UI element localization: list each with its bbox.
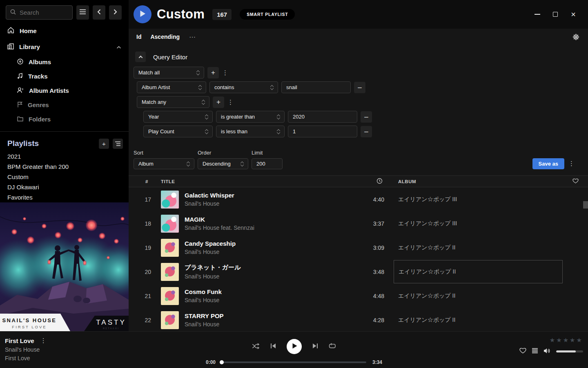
column-header-duration[interactable] <box>356 178 384 185</box>
rule-operator-value: is greater than <box>221 114 255 120</box>
track-row[interactable]: 19 Candy SpaceshipSnail's House 3:09 エイリ… <box>129 236 588 260</box>
chevron-up-icon <box>138 55 143 59</box>
limit-input[interactable] <box>252 158 283 169</box>
rule-value-input[interactable] <box>281 81 351 93</box>
sidebar-item-album-artists[interactable]: Album Artists <box>0 83 129 98</box>
track-row[interactable]: 20 プラネット・ガールSnail's House 3:48 エイリアン☆ポップ… <box>129 260 588 284</box>
back-button[interactable] <box>93 5 105 20</box>
maximize-button[interactable] <box>546 5 564 23</box>
remove-rule-button[interactable]: – <box>361 111 372 123</box>
column-header-favorite[interactable] <box>563 178 588 184</box>
menu-button[interactable] <box>76 5 89 20</box>
favorite-button[interactable] <box>519 348 526 355</box>
playlist-item-custom[interactable]: Custom <box>0 172 129 182</box>
playlist-item-bpm[interactable]: BPM Greater than 200 <box>0 162 129 172</box>
sort-field-button[interactable]: Id <box>136 34 141 40</box>
rule-field-select[interactable]: Play Count <box>143 126 213 137</box>
forward-button[interactable] <box>109 5 122 20</box>
updown-icon <box>240 161 245 167</box>
sort-value: Album <box>138 161 154 167</box>
rule-field-value: Year <box>148 114 159 120</box>
sidebar-item-folders[interactable]: Folders <box>0 112 129 126</box>
rule-field-value: Play Count <box>148 128 174 135</box>
shuffle-button[interactable] <box>252 343 260 350</box>
column-header-index[interactable]: # <box>129 179 151 184</box>
track-row[interactable]: 18 MAGIKSnail's House feat. Sennzai 3:37… <box>129 211 588 236</box>
add-rule-button[interactable]: + <box>213 96 224 108</box>
play-playlist-button[interactable] <box>134 5 151 23</box>
track-album-focused[interactable]: エイリアン☆ポップ II <box>394 260 563 283</box>
column-header-title[interactable]: TITLE <box>161 179 356 184</box>
now-playing-album-art[interactable]: SNAIL'S HOUSE FIRST LOVE TASTY ЯΣΤΛΛXI <box>0 202 129 331</box>
next-button[interactable] <box>312 343 318 350</box>
match-any-select[interactable]: Match any <box>137 96 209 108</box>
track-album[interactable]: エイリアン☆ポップ II <box>394 316 563 324</box>
search-box[interactable] <box>6 5 73 20</box>
track-row[interactable]: 22 STARRY POPSnail's House 4:28 エイリアン☆ポッ… <box>129 308 588 332</box>
more-options-button[interactable]: ⋯ <box>189 33 196 41</box>
play-button[interactable] <box>287 339 302 354</box>
track-album[interactable]: エイリアン☆ポップ II <box>394 292 563 300</box>
track-album[interactable]: エイリアン☆ポップ III <box>394 196 563 203</box>
scrollbar-thumb[interactable] <box>583 201 588 209</box>
now-playing-options-button[interactable]: ⋮ <box>40 337 46 344</box>
total-time: 3:34 <box>372 359 385 365</box>
save-as-button[interactable]: Save as <box>532 158 564 169</box>
group-options-button[interactable]: ⋮ <box>227 99 233 106</box>
track-title: STARRY POP <box>185 312 356 319</box>
save-options-button[interactable]: ⋮ <box>568 160 574 167</box>
now-playing-artist[interactable]: Snail's House <box>5 346 46 353</box>
volume-button[interactable] <box>543 348 551 355</box>
remove-rule-button[interactable]: – <box>361 126 372 137</box>
sidebar-item-albums[interactable]: Albums <box>0 55 129 69</box>
now-playing-title[interactable]: First Love <box>5 337 34 344</box>
track-row[interactable]: 21 Cosmo FunkSnail's House 4:48 エイリアン☆ポッ… <box>129 284 588 308</box>
add-playlist-button[interactable]: + <box>99 139 109 149</box>
match-all-select[interactable]: Match all <box>134 67 204 79</box>
track-artist: Snail's House <box>185 297 356 303</box>
seek-bar[interactable] <box>222 361 366 363</box>
sidebar-item-genres[interactable]: Genres <box>0 98 129 112</box>
plus-icon: + <box>102 140 106 147</box>
volume-slider[interactable] <box>556 350 583 352</box>
sidebar-item-tracks[interactable]: Tracks <box>0 69 129 83</box>
playlist-item-2021[interactable]: 2021 <box>0 151 129 162</box>
sort-select[interactable]: Album <box>134 158 194 169</box>
repeat-button[interactable] <box>329 343 336 350</box>
page-title: Custom <box>157 7 205 22</box>
rule-operator-select[interactable]: is greater than <box>216 111 285 123</box>
order-select[interactable]: Descending <box>198 158 248 169</box>
track-album[interactable]: エイリアン☆ポップ III <box>394 220 563 227</box>
playlist-item-favorites[interactable]: Favorites <box>0 192 129 202</box>
now-playing-album[interactable]: First Love <box>5 355 46 361</box>
track-row[interactable]: 17 Galactic WhisperSnail's House 4:40 エイ… <box>129 187 588 211</box>
rule-operator-select[interactable]: is less than <box>216 126 285 137</box>
track-album[interactable]: エイリアン☆ポップ II <box>394 244 563 251</box>
album-art-artist: SNAIL'S HOUSE <box>2 317 56 323</box>
minimize-button[interactable] <box>528 5 546 23</box>
search-input[interactable] <box>20 9 65 16</box>
rule-value-input[interactable] <box>288 111 357 123</box>
rule-field-select[interactable]: Year <box>143 111 213 123</box>
sidebar-item-home[interactable]: Home <box>0 23 129 39</box>
sidebar-item-library[interactable]: Library <box>0 39 129 55</box>
rule-operator-select[interactable]: contains <box>209 81 278 93</box>
collapse-query-editor-button[interactable] <box>135 52 146 62</box>
rating-stars[interactable]: ★★★★★ <box>519 337 583 344</box>
queue-button[interactable] <box>532 348 538 355</box>
seek-knob[interactable] <box>220 360 224 364</box>
previous-button[interactable] <box>270 343 276 350</box>
minus-icon: – <box>364 113 368 121</box>
column-header-album[interactable]: ALBUM <box>394 179 563 184</box>
close-button[interactable]: × <box>564 5 582 23</box>
sort-direction-button[interactable]: Ascending <box>150 34 180 40</box>
group-options-button[interactable]: ⋮ <box>222 69 228 76</box>
remove-rule-button[interactable]: – <box>354 82 365 93</box>
rule-field-select[interactable]: Album Artist <box>137 81 206 93</box>
add-rule-button[interactable]: + <box>207 67 219 79</box>
playlist-item-dj-okawari[interactable]: DJ Okawari <box>0 182 129 192</box>
rule-value-input[interactable] <box>288 126 357 137</box>
playlist-list-button[interactable] <box>113 139 123 149</box>
settings-gear-icon[interactable] <box>572 34 579 40</box>
collapse-library-icon[interactable] <box>116 43 121 50</box>
